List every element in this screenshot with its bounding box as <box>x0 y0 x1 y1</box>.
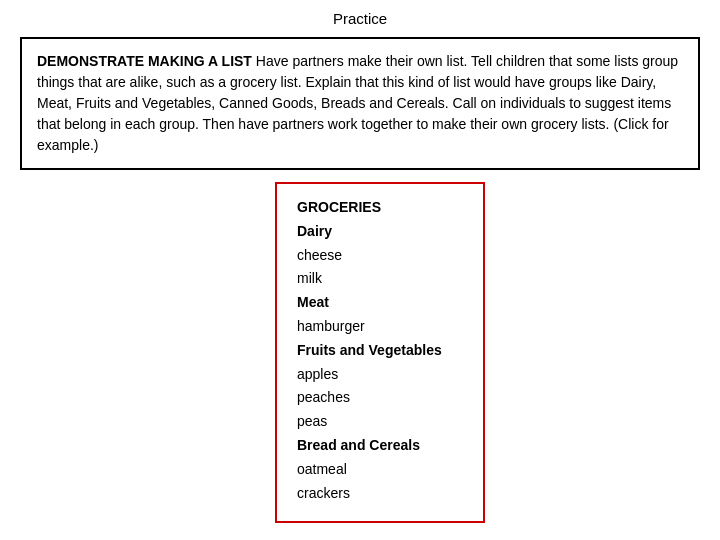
category-meat: Meat <box>297 291 463 315</box>
item-hamburger: hamburger <box>297 315 463 339</box>
item-peas: peas <box>297 410 463 434</box>
item-crackers: crackers <box>297 482 463 506</box>
category-bread-cereals: Bread and Cereals <box>297 434 463 458</box>
page-container: Practice DEMONSTRATE MAKING A LIST Have … <box>0 0 720 540</box>
item-apples: apples <box>297 363 463 387</box>
item-milk: milk <box>297 267 463 291</box>
item-oatmeal: oatmeal <box>297 458 463 482</box>
groceries-title: GROCERIES <box>297 196 463 220</box>
item-cheese: cheese <box>297 244 463 268</box>
item-peaches: peaches <box>297 386 463 410</box>
groceries-box[interactable]: GROCERIES Dairy cheese milk Meat hamburg… <box>275 182 485 523</box>
category-fruits-vegetables: Fruits and Vegetables <box>297 339 463 363</box>
category-dairy: Dairy <box>297 220 463 244</box>
page-title: Practice <box>333 10 387 27</box>
instruction-bold: DEMONSTRATE MAKING A LIST <box>37 53 252 69</box>
instruction-box: DEMONSTRATE MAKING A LIST Have partners … <box>20 37 700 170</box>
